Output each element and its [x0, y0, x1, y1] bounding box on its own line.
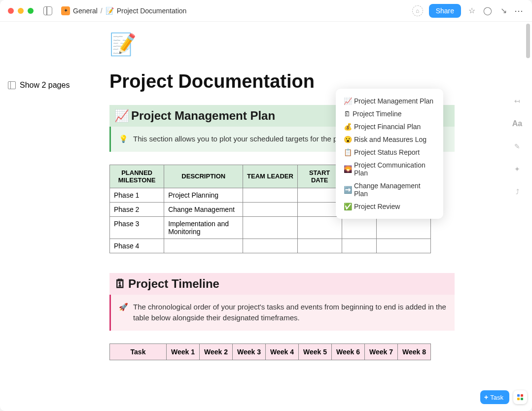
toc-item[interactable]: ✅Project Review	[344, 200, 435, 213]
timeline-col[interactable]: Week 2	[200, 343, 233, 360]
timeline-col[interactable]: Week 4	[266, 343, 299, 360]
font-icon[interactable]: Aa	[512, 118, 523, 129]
timeline-col[interactable]: Week 6	[332, 343, 365, 360]
table-cell[interactable]	[243, 202, 297, 216]
magic-icon[interactable]: ✎	[512, 141, 523, 152]
more-icon[interactable]: ⋯	[514, 6, 524, 16]
show-pages-toggle[interactable]: Show 2 pages	[8, 81, 70, 90]
titlebar: ✦ General / 📝 Project Documentation ⌂ Sh…	[0, 0, 532, 22]
sparkle-icon[interactable]: ✦	[512, 164, 523, 174]
table-cell[interactable]: Phase 2	[110, 202, 164, 216]
breadcrumb-parent[interactable]: General	[73, 7, 98, 15]
plan-col-leader[interactable]: TEAM LEADER	[243, 165, 297, 188]
apps-button[interactable]	[513, 390, 527, 404]
plus-icon: +	[484, 393, 488, 401]
timeline-col[interactable]: Week 1	[167, 343, 200, 360]
window-controls	[8, 8, 34, 14]
section-heading-timeline[interactable]: 🗓Project Timeline	[109, 273, 455, 295]
section-plan-title: Project Management Plan	[131, 109, 275, 123]
callout-plan-text: This section allows you to plot your sch…	[133, 134, 344, 145]
right-rail: ↤ Aa ✎ ✦ ⤴	[502, 43, 532, 411]
table-cell[interactable]	[243, 239, 297, 253]
table-row[interactable]: Phase 4	[110, 239, 431, 253]
breadcrumb-parent-icon: ✦	[61, 6, 70, 15]
table-cell[interactable]	[297, 239, 342, 253]
toc-item[interactable]: 🌄Project Communication Plan	[344, 159, 435, 179]
table-cell[interactable]: Phase 1	[110, 188, 164, 202]
breadcrumb-separator: /	[101, 7, 103, 15]
callout-timeline[interactable]: 🚀 The chronological order of your projec…	[109, 295, 455, 331]
toc-item-icon: 📋	[344, 148, 352, 156]
toc-item[interactable]: 📈Project Management Plan	[344, 95, 435, 107]
table-cell[interactable]	[243, 216, 297, 239]
table-cell[interactable]: Phase 4	[110, 239, 164, 253]
timeline-table[interactable]: TaskWeek 1Week 2Week 3Week 4Week 5Week 6…	[109, 343, 431, 360]
timeline-col[interactable]: Week 3	[233, 343, 266, 360]
toc-item-icon: ✅	[344, 203, 352, 210]
timeline-col[interactable]: Week 5	[299, 343, 332, 360]
toc-item-label: Project Status Report	[354, 148, 420, 156]
table-cell[interactable]: Implementation and Monitoring	[164, 216, 243, 239]
table-cell[interactable]: Change Management	[164, 202, 243, 216]
export-icon[interactable]: ⤴	[512, 186, 523, 197]
toc-item[interactable]: 😮Risk and Measures Log	[344, 133, 435, 146]
star-icon[interactable]: ☆	[467, 6, 477, 16]
plan-col-description[interactable]: DESCRIPTION	[164, 165, 243, 188]
table-cell[interactable]	[376, 216, 430, 239]
table-cell[interactable]: Phase 3	[110, 216, 164, 239]
callout-timeline-text: The chronological order of your project'…	[133, 302, 447, 324]
timeline-col[interactable]: Task	[110, 343, 167, 360]
table-row[interactable]: Phase 3Implementation and Monitoring	[110, 216, 431, 239]
table-cell[interactable]	[297, 202, 342, 216]
toc-item-label: Risk and Measures Log	[354, 136, 426, 143]
breadcrumb-current-icon: 📝	[106, 7, 114, 15]
share-button[interactable]: Share	[429, 4, 461, 18]
toc-item-icon: 📈	[344, 97, 352, 105]
toc-item[interactable]: ➡️Change Management Plan	[344, 179, 435, 200]
sidebar-toggle-icon[interactable]	[43, 6, 52, 15]
toc-item[interactable]: 📋Project Status Report	[344, 146, 435, 159]
section-timeline-title: Project Timeline	[128, 277, 219, 291]
maximize-window-button[interactable]	[28, 8, 34, 14]
table-cell[interactable]	[376, 239, 430, 253]
timeline-col[interactable]: Week 7	[365, 343, 398, 360]
toc-item-icon: ➡️	[344, 186, 352, 194]
comment-icon[interactable]: ◯	[483, 6, 493, 16]
table-cell[interactable]	[297, 216, 342, 239]
toc-item[interactable]: 💰Project Financial Plan	[344, 120, 435, 133]
toc-item-label: Project Management Plan	[354, 97, 433, 105]
back-icon[interactable]: ↤	[512, 96, 523, 106]
toc-item-icon: 😮	[344, 136, 352, 143]
toc-item-label: Project Communication Plan	[354, 161, 435, 177]
table-cell[interactable]	[297, 188, 342, 202]
task-button-label: Task	[490, 394, 503, 401]
table-cell[interactable]	[243, 188, 297, 202]
page-icon[interactable]: 📝	[109, 32, 135, 57]
toc-item[interactable]: 🗓Project Timeline	[344, 107, 435, 120]
toc-item-icon: 💰	[344, 123, 352, 131]
close-window-button[interactable]	[8, 8, 14, 14]
tag-icon[interactable]: ⌂	[412, 5, 423, 16]
breadcrumb-current[interactable]: Project Documentation	[117, 7, 187, 15]
toc-item-label: Project Timeline	[353, 110, 402, 118]
apps-grid-icon	[517, 394, 523, 400]
lightbulb-icon: 💡	[119, 134, 128, 145]
toc-item-label: Project Review	[354, 203, 400, 210]
rocket-icon: 🚀	[119, 302, 128, 324]
table-cell[interactable]: Project Planning	[164, 188, 243, 202]
table-cell[interactable]	[342, 216, 376, 239]
section-plan-icon: 📈	[114, 109, 129, 123]
section-timeline-icon: 🗓	[114, 277, 126, 291]
timeline-col[interactable]: Week 8	[398, 343, 431, 360]
minimize-window-button[interactable]	[18, 8, 24, 14]
breadcrumb: ✦ General / 📝 Project Documentation	[61, 6, 186, 15]
new-task-button[interactable]: + Task	[480, 390, 509, 404]
plan-col-milestone[interactable]: PLANNED MILESTONE	[110, 165, 164, 188]
download-icon[interactable]: ↘	[498, 6, 508, 16]
table-cell[interactable]	[164, 239, 243, 253]
toc-item-icon: 🌄	[344, 165, 352, 173]
show-pages-label: Show 2 pages	[20, 81, 70, 90]
toc-item-label: Change Management Plan	[354, 182, 435, 198]
plan-col-start[interactable]: START DATE	[297, 165, 342, 188]
table-cell[interactable]	[342, 239, 376, 253]
